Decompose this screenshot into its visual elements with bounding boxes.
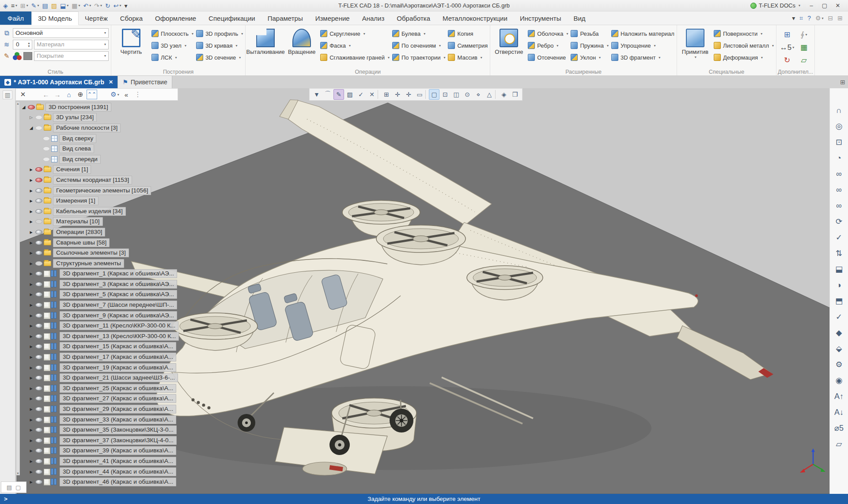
- ribbon-item[interactable]: 3D фрагмент▾: [611, 53, 674, 62]
- tree-item[interactable]: 3D фрагмент_27 (Каркас и обшивка\А...: [28, 394, 176, 404]
- rotate-model-icon[interactable]: ⟳: [832, 214, 847, 229]
- tree-item[interactable]: 3D фрагмент_33 (Каркас и обшивка\А...: [28, 414, 176, 425]
- visibility-eye-icon[interactable]: [35, 126, 42, 130]
- select-face-icon[interactable]: ⊡: [440, 89, 450, 100]
- new-document-icon[interactable]: ✎▾: [30, 1, 41, 11]
- menu-item[interactable]: Анализ: [356, 11, 391, 25]
- tab-list-icon[interactable]: ⊞: [840, 79, 845, 86]
- visibility-eye-icon[interactable]: [35, 365, 42, 370]
- main-menu-icon[interactable]: ≡▾: [10, 1, 19, 11]
- visibility-eye-icon[interactable]: [35, 428, 42, 432]
- tree-expand-icon[interactable]: [28, 470, 34, 474]
- ribbon-item[interactable]: По траектории▾: [392, 53, 445, 62]
- visibility-eye-icon[interactable]: [35, 459, 42, 463]
- tree-item[interactable]: 3D фрагмент_5 (Каркас и обшивка\АЭ...: [28, 290, 176, 300]
- select-solid-icon[interactable]: ▢: [429, 89, 439, 100]
- visibility-eye-icon[interactable]: [35, 241, 42, 245]
- ribbon-item[interactable]: Симметрия: [448, 41, 488, 50]
- tree-item[interactable]: Сечения [1]: [28, 165, 176, 175]
- ribbon-item[interactable]: Скругление▾: [320, 29, 390, 38]
- ribbon-item[interactable]: ЛСК▾: [151, 53, 193, 62]
- ribbon-item[interactable]: Сглаживание граней▾: [320, 53, 390, 62]
- camera-icon[interactable]: ◉: [832, 373, 847, 388]
- recent-command-icon[interactable]: ↩▾: [112, 1, 123, 11]
- spacer[interactable]: [98, 90, 109, 99]
- tree-expand-icon[interactable]: [28, 251, 34, 255]
- menu-item[interactable]: Файл: [0, 11, 31, 25]
- cancel-selection-icon[interactable]: ✕: [367, 89, 377, 100]
- open-icon[interactable]: ▨: [50, 1, 58, 11]
- smart-select-icon[interactable]: ✎: [333, 89, 344, 100]
- menu-item[interactable]: Измерение: [309, 11, 356, 25]
- customize-quick-access-icon[interactable]: ▾: [123, 1, 129, 11]
- model-tree-tab-icon[interactable]: ▥: [3, 90, 12, 99]
- tree-expand-icon[interactable]: [28, 292, 34, 297]
- print-icon[interactable]: ▦▾: [70, 1, 81, 11]
- visibility-eye-icon[interactable]: [35, 303, 42, 307]
- scroll-down-icon[interactable]: ▼: [16, 472, 19, 475]
- menu-item[interactable]: Металлоконструкции: [436, 11, 514, 25]
- layer-spinner[interactable]: 0▲▼: [13, 40, 32, 49]
- tree-scrollbar[interactable]: ▲▼: [16, 102, 20, 475]
- document-settings-icon[interactable]: ▤: [41, 1, 49, 11]
- screen-search-icon[interactable]: ⌗: [798, 13, 805, 23]
- select-body-icon[interactable]: ◈: [499, 89, 509, 100]
- tree-item[interactable]: Вид спереди: [36, 154, 176, 165]
- paint-brush-icon[interactable]: ✎: [2, 52, 11, 60]
- tree-item[interactable]: 3D фрагмент_35 (Законцовки\ЗКЦ-3-0...: [28, 425, 176, 435]
- tree-expand-icon[interactable]: [28, 199, 34, 203]
- view-cube-icon[interactable]: ⬙: [832, 341, 847, 356]
- document-tab[interactable]: ◈ * АЭТ-1-000 Аэротакси СБ.grb ✕: [0, 76, 118, 88]
- visibility-eye-icon[interactable]: [35, 438, 42, 443]
- profile-3d-toggle-icon[interactable]: ▭: [414, 89, 425, 100]
- draw-button[interactable]: Чертить: [114, 26, 149, 68]
- tree-expand-icon[interactable]: [28, 417, 34, 422]
- menu-item[interactable]: Инструменты: [514, 11, 568, 25]
- tree-item[interactable]: Кабельные изделия [34]: [28, 206, 176, 217]
- back-icon[interactable]: ←: [41, 90, 51, 99]
- dock-model-icon[interactable]: ▢: [15, 484, 21, 491]
- ribbon-item[interactable]: 3D узел▾: [151, 41, 193, 50]
- tree-expand-icon[interactable]: [28, 125, 34, 130]
- tree-expand-icon[interactable]: [28, 438, 34, 443]
- tree-item[interactable]: 3D фрагмент_41 (Каркас и обшивка\А...: [28, 456, 176, 466]
- visibility-eye-icon[interactable]: [35, 271, 42, 276]
- locate-element-icon[interactable]: ⊕: [75, 90, 86, 99]
- separator[interactable]: [29, 90, 40, 99]
- menu-item[interactable]: Сборка: [114, 11, 149, 25]
- visibility-eye-icon[interactable]: [35, 178, 42, 182]
- tree-settings-wrench-icon[interactable]: ⚙▾: [110, 90, 120, 99]
- tab-close-icon[interactable]: ✕: [109, 79, 113, 85]
- clip-view-icon[interactable]: ⬓: [832, 262, 847, 277]
- visibility-eye-icon[interactable]: [35, 344, 42, 349]
- ribbon-item[interactable]: Резьба: [571, 29, 608, 38]
- ribbon-item[interactable]: Пружина▾: [571, 41, 608, 50]
- visibility-eye-icon[interactable]: [35, 470, 42, 474]
- minimize-button[interactable]: –: [805, 1, 818, 11]
- visibility-eye-icon[interactable]: [43, 147, 50, 151]
- ribbon-item[interactable]: Наложить материал: [611, 29, 674, 38]
- edge-chain-select-icon[interactable]: ⌒: [322, 89, 333, 100]
- tree-expand-icon[interactable]: [28, 344, 34, 349]
- visibility-eye-icon[interactable]: [35, 396, 42, 401]
- tree-expand-icon[interactable]: [28, 167, 34, 172]
- dimension-icon[interactable]: ↔5▾: [779, 41, 795, 54]
- ribbon-item[interactable]: Отсечение: [528, 53, 568, 62]
- tree-item[interactable]: 3D фрагмент_1 (Каркас и обшивка\АЭ...: [28, 269, 176, 279]
- tree-expand-icon[interactable]: [28, 334, 34, 339]
- tree-expand-icon[interactable]: [28, 480, 34, 484]
- visibility-eye-icon[interactable]: [35, 188, 42, 193]
- tree-item[interactable]: 3D построения [1391]: [21, 102, 176, 113]
- tree-expand-icon[interactable]: [28, 178, 34, 182]
- visibility-eye-icon[interactable]: [35, 386, 42, 391]
- visibility-eye-icon[interactable]: [35, 355, 42, 359]
- tree-expand-icon[interactable]: [28, 376, 34, 380]
- ribbon-item[interactable]: 3D кривая▾: [196, 41, 243, 50]
- ribbon-item[interactable]: Уклон▾: [571, 53, 608, 62]
- visibility-eye-icon[interactable]: [43, 157, 50, 162]
- home-icon[interactable]: ⌂: [64, 90, 74, 99]
- revolve-button[interactable]: Вращение: [286, 26, 318, 68]
- add-view-icon[interactable]: ▱: [832, 436, 847, 451]
- visibility-eye-icon[interactable]: [35, 115, 42, 120]
- visibility-eye-icon[interactable]: [43, 136, 50, 141]
